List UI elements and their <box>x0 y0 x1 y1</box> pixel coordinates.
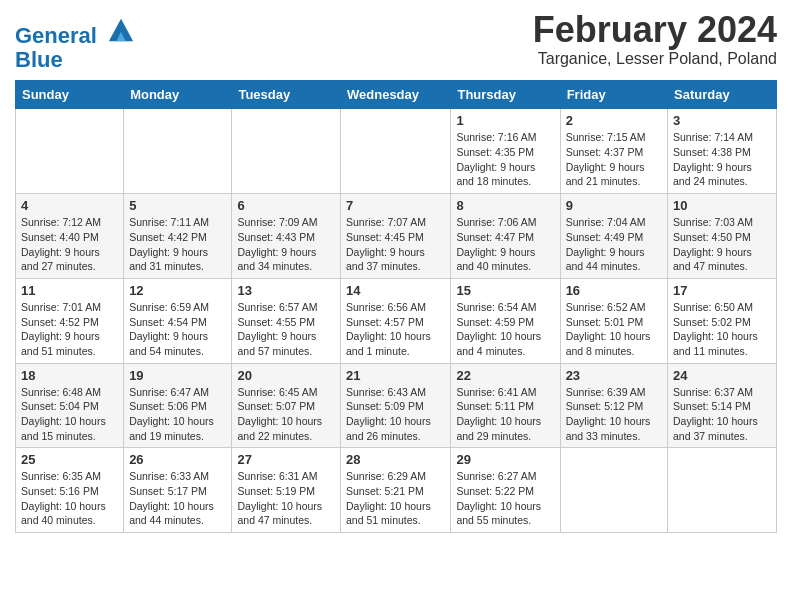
calendar-cell: 17Sunrise: 6:50 AMSunset: 5:02 PMDayligh… <box>668 278 777 363</box>
day-info: Sunrise: 7:14 AMSunset: 4:38 PMDaylight:… <box>673 130 771 189</box>
calendar-cell <box>668 448 777 533</box>
calendar-table: Sunday Monday Tuesday Wednesday Thursday… <box>15 80 777 533</box>
calendar-cell: 10Sunrise: 7:03 AMSunset: 4:50 PMDayligh… <box>668 194 777 279</box>
day-info: Sunrise: 7:12 AMSunset: 4:40 PMDaylight:… <box>21 215 118 274</box>
calendar-cell: 15Sunrise: 6:54 AMSunset: 4:59 PMDayligh… <box>451 278 560 363</box>
day-number: 4 <box>21 198 118 213</box>
day-number: 3 <box>673 113 771 128</box>
day-info: Sunrise: 6:56 AMSunset: 4:57 PMDaylight:… <box>346 300 445 359</box>
calendar-cell: 29Sunrise: 6:27 AMSunset: 5:22 PMDayligh… <box>451 448 560 533</box>
day-info: Sunrise: 7:03 AMSunset: 4:50 PMDaylight:… <box>673 215 771 274</box>
day-info: Sunrise: 7:09 AMSunset: 4:43 PMDaylight:… <box>237 215 335 274</box>
day-info: Sunrise: 6:39 AMSunset: 5:12 PMDaylight:… <box>566 385 662 444</box>
day-info: Sunrise: 6:41 AMSunset: 5:11 PMDaylight:… <box>456 385 554 444</box>
day-info: Sunrise: 6:57 AMSunset: 4:55 PMDaylight:… <box>237 300 335 359</box>
day-number: 10 <box>673 198 771 213</box>
day-number: 15 <box>456 283 554 298</box>
day-info: Sunrise: 6:59 AMSunset: 4:54 PMDaylight:… <box>129 300 226 359</box>
day-number: 21 <box>346 368 445 383</box>
logo-general: General <box>15 23 97 48</box>
day-info: Sunrise: 6:33 AMSunset: 5:17 PMDaylight:… <box>129 469 226 528</box>
day-number: 7 <box>346 198 445 213</box>
day-info: Sunrise: 6:47 AMSunset: 5:06 PMDaylight:… <box>129 385 226 444</box>
calendar-cell: 24Sunrise: 6:37 AMSunset: 5:14 PMDayligh… <box>668 363 777 448</box>
day-number: 22 <box>456 368 554 383</box>
col-tuesday: Tuesday <box>232 81 341 109</box>
logo: General Blue <box>15 15 135 72</box>
day-number: 14 <box>346 283 445 298</box>
day-number: 8 <box>456 198 554 213</box>
calendar-cell: 3Sunrise: 7:14 AMSunset: 4:38 PMDaylight… <box>668 109 777 194</box>
calendar-cell: 1Sunrise: 7:16 AMSunset: 4:35 PMDaylight… <box>451 109 560 194</box>
day-info: Sunrise: 7:07 AMSunset: 4:45 PMDaylight:… <box>346 215 445 274</box>
calendar-cell <box>16 109 124 194</box>
day-info: Sunrise: 7:04 AMSunset: 4:49 PMDaylight:… <box>566 215 662 274</box>
day-info: Sunrise: 7:16 AMSunset: 4:35 PMDaylight:… <box>456 130 554 189</box>
title-area: February 2024 Targanice, Lesser Poland, … <box>533 10 777 68</box>
day-number: 5 <box>129 198 226 213</box>
day-info: Sunrise: 7:06 AMSunset: 4:47 PMDaylight:… <box>456 215 554 274</box>
day-info: Sunrise: 6:43 AMSunset: 5:09 PMDaylight:… <box>346 385 445 444</box>
day-info: Sunrise: 6:37 AMSunset: 5:14 PMDaylight:… <box>673 385 771 444</box>
day-number: 13 <box>237 283 335 298</box>
calendar-cell: 6Sunrise: 7:09 AMSunset: 4:43 PMDaylight… <box>232 194 341 279</box>
col-friday: Friday <box>560 81 667 109</box>
calendar-week-row: 4Sunrise: 7:12 AMSunset: 4:40 PMDaylight… <box>16 194 777 279</box>
day-number: 20 <box>237 368 335 383</box>
col-monday: Monday <box>124 81 232 109</box>
day-info: Sunrise: 6:50 AMSunset: 5:02 PMDaylight:… <box>673 300 771 359</box>
col-saturday: Saturday <box>668 81 777 109</box>
page-header: General Blue February 2024 Targanice, Le… <box>15 10 777 72</box>
day-number: 9 <box>566 198 662 213</box>
calendar-cell: 18Sunrise: 6:48 AMSunset: 5:04 PMDayligh… <box>16 363 124 448</box>
calendar-cell: 14Sunrise: 6:56 AMSunset: 4:57 PMDayligh… <box>341 278 451 363</box>
calendar-cell: 4Sunrise: 7:12 AMSunset: 4:40 PMDaylight… <box>16 194 124 279</box>
day-number: 16 <box>566 283 662 298</box>
day-number: 2 <box>566 113 662 128</box>
day-number: 19 <box>129 368 226 383</box>
day-info: Sunrise: 6:48 AMSunset: 5:04 PMDaylight:… <box>21 385 118 444</box>
calendar-cell <box>124 109 232 194</box>
page-subtitle: Targanice, Lesser Poland, Poland <box>533 50 777 68</box>
calendar-week-row: 11Sunrise: 7:01 AMSunset: 4:52 PMDayligh… <box>16 278 777 363</box>
calendar-cell: 13Sunrise: 6:57 AMSunset: 4:55 PMDayligh… <box>232 278 341 363</box>
col-wednesday: Wednesday <box>341 81 451 109</box>
calendar-cell: 25Sunrise: 6:35 AMSunset: 5:16 PMDayligh… <box>16 448 124 533</box>
calendar-cell: 8Sunrise: 7:06 AMSunset: 4:47 PMDaylight… <box>451 194 560 279</box>
calendar-cell: 7Sunrise: 7:07 AMSunset: 4:45 PMDaylight… <box>341 194 451 279</box>
day-number: 1 <box>456 113 554 128</box>
day-number: 24 <box>673 368 771 383</box>
page-title: February 2024 <box>533 10 777 50</box>
day-info: Sunrise: 6:27 AMSunset: 5:22 PMDaylight:… <box>456 469 554 528</box>
logo-text: General <box>15 15 135 48</box>
col-sunday: Sunday <box>16 81 124 109</box>
day-info: Sunrise: 6:45 AMSunset: 5:07 PMDaylight:… <box>237 385 335 444</box>
calendar-cell: 20Sunrise: 6:45 AMSunset: 5:07 PMDayligh… <box>232 363 341 448</box>
calendar-cell: 22Sunrise: 6:41 AMSunset: 5:11 PMDayligh… <box>451 363 560 448</box>
calendar-cell <box>560 448 667 533</box>
day-number: 12 <box>129 283 226 298</box>
calendar-cell: 27Sunrise: 6:31 AMSunset: 5:19 PMDayligh… <box>232 448 341 533</box>
calendar-cell: 19Sunrise: 6:47 AMSunset: 5:06 PMDayligh… <box>124 363 232 448</box>
calendar-week-row: 1Sunrise: 7:16 AMSunset: 4:35 PMDaylight… <box>16 109 777 194</box>
day-number: 28 <box>346 452 445 467</box>
calendar-cell: 2Sunrise: 7:15 AMSunset: 4:37 PMDaylight… <box>560 109 667 194</box>
day-info: Sunrise: 6:29 AMSunset: 5:21 PMDaylight:… <box>346 469 445 528</box>
calendar-cell: 28Sunrise: 6:29 AMSunset: 5:21 PMDayligh… <box>341 448 451 533</box>
day-info: Sunrise: 6:31 AMSunset: 5:19 PMDaylight:… <box>237 469 335 528</box>
calendar-cell: 26Sunrise: 6:33 AMSunset: 5:17 PMDayligh… <box>124 448 232 533</box>
calendar-week-row: 25Sunrise: 6:35 AMSunset: 5:16 PMDayligh… <box>16 448 777 533</box>
calendar-cell: 9Sunrise: 7:04 AMSunset: 4:49 PMDaylight… <box>560 194 667 279</box>
day-info: Sunrise: 7:11 AMSunset: 4:42 PMDaylight:… <box>129 215 226 274</box>
day-number: 25 <box>21 452 118 467</box>
logo-icon <box>107 15 135 43</box>
day-number: 23 <box>566 368 662 383</box>
calendar-week-row: 18Sunrise: 6:48 AMSunset: 5:04 PMDayligh… <box>16 363 777 448</box>
day-info: Sunrise: 7:01 AMSunset: 4:52 PMDaylight:… <box>21 300 118 359</box>
day-number: 26 <box>129 452 226 467</box>
day-number: 27 <box>237 452 335 467</box>
day-number: 18 <box>21 368 118 383</box>
calendar-cell: 12Sunrise: 6:59 AMSunset: 4:54 PMDayligh… <box>124 278 232 363</box>
day-info: Sunrise: 6:52 AMSunset: 5:01 PMDaylight:… <box>566 300 662 359</box>
calendar-cell: 5Sunrise: 7:11 AMSunset: 4:42 PMDaylight… <box>124 194 232 279</box>
